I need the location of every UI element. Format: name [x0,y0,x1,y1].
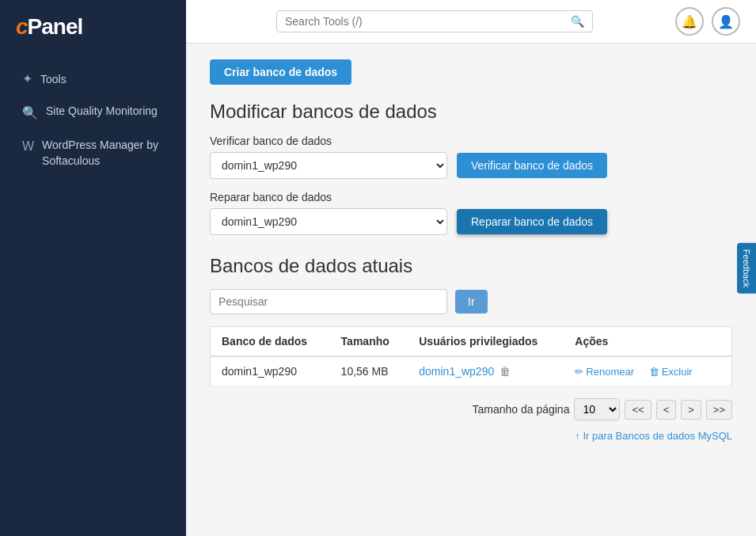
header-icons: 🔔 👤 [675,7,740,36]
last-page-button[interactable]: >> [706,400,732,420]
sidebar-item-sqm-label: Site Quality Monitoring [46,104,158,120]
sidebar: cPanel ✦ Tools 🔍 Site Quality Monitoring… [0,0,186,536]
col-actions: Ações [564,327,731,357]
prev-page-button[interactable]: < [656,400,677,420]
col-users: Usuários privilegiados [408,327,564,357]
modify-section: Modificar bancos de dados Verificar banc… [210,101,732,235]
modify-section-title: Modificar bancos de dados [210,101,732,123]
delete-link[interactable]: 🗑Excluir [649,366,693,378]
col-database: Banco de dados [211,327,330,357]
current-db-title: Bancos de dados atuais [210,255,732,277]
cell-database: domin1_wp290 [211,356,330,386]
tools-icon: ✦ [22,71,32,86]
cell-size: 10,56 MB [330,356,408,386]
sidebar-item-site-quality[interactable]: 🔍 Site Quality Monitoring [6,96,180,128]
feedback-button[interactable]: Feedback [737,242,756,293]
db-search-input[interactable] [210,289,447,314]
page-size-select[interactable]: 10 25 50 100 [574,398,620,420]
verify-row: Verificar banco de dados domin1_wp290 Ve… [210,135,732,179]
search-quality-icon: 🔍 [22,105,38,120]
verify-button[interactable]: Verificar banco de dados [457,153,607,178]
sidebar-item-wordpress[interactable]: W WordPress Manager by Softaculous [6,130,180,177]
user-icon: 👤 [718,14,734,29]
cell-users: domin1_wp290 🗑 [408,356,564,386]
go-button[interactable]: Ir [455,290,488,314]
table-head: Banco de dados Tamanho Usuários privileg… [211,327,732,357]
pencil-icon: ✏ [575,366,583,378]
search-icon: 🔍 [571,15,584,28]
bell-icon: 🔔 [682,14,697,29]
table-body: domin1_wp290 10,56 MB domin1_wp290 🗑 ✏Re… [211,356,732,386]
col-size: Tamanho [330,327,408,357]
back-link-row: ↑ Ir para Bancos de dados MySQL [210,430,732,442]
cell-actions: ✏Renomear 🗑Excluir [564,356,731,386]
delete-icon: 🗑 [649,366,659,378]
cpanel-logo: cPanel [0,0,186,55]
trash-icon: 🗑 [500,365,511,378]
rename-link[interactable]: ✏Renomear [575,366,636,378]
table-row: domin1_wp290 10,56 MB domin1_wp290 🗑 ✏Re… [211,356,732,386]
content-area: Criar banco de dados Modificar bancos de… [186,44,756,536]
first-page-button[interactable]: << [625,400,651,420]
sidebar-item-tools[interactable]: ✦ Tools [6,63,180,94]
sidebar-nav: ✦ Tools 🔍 Site Quality Monitoring W Word… [0,55,186,184]
main-area: 🔍 🔔 👤 Criar banco de dados Modificar ban… [186,0,756,536]
current-db-section: Bancos de dados atuais Ir Banco de dados… [210,255,732,442]
verify-label: Verificar banco de dados [210,135,732,147]
databases-table: Banco de dados Tamanho Usuários privileg… [210,326,732,386]
search-input[interactable] [285,15,571,28]
sidebar-item-wp-label: WordPress Manager by Softaculous [42,138,164,169]
user-link[interactable]: domin1_wp290 [419,365,494,378]
create-database-button[interactable]: Criar banco de dados [210,59,351,85]
search-go-row: Ir [210,289,732,314]
search-container: 🔍 [276,10,593,32]
verify-select[interactable]: domin1_wp290 [210,152,447,179]
user-menu-button[interactable]: 👤 [712,7,740,36]
header: 🔍 🔔 👤 [186,0,756,44]
repair-inline: domin1_wp290 Reparar banco de dados [210,208,732,235]
repair-label: Reparar banco de dados [210,191,732,203]
repair-select[interactable]: domin1_wp290 [210,208,447,235]
table-header-row: Banco de dados Tamanho Usuários privileg… [211,327,732,357]
back-link[interactable]: ↑ Ir para Bancos de dados MySQL [575,430,732,442]
pagination-row: Tamanho da página 10 25 50 100 << < > >> [210,398,732,420]
search-wrapper: 🔍 [202,10,667,32]
top-row: Criar banco de dados [210,59,732,85]
next-page-button[interactable]: > [681,400,701,420]
repair-button[interactable]: Reparar banco de dados [457,209,607,234]
wordpress-icon: W [22,139,34,154]
page-size-label: Tamanho da página [472,403,569,416]
notifications-button[interactable]: 🔔 [675,7,704,36]
sidebar-item-label: Tools [40,73,66,86]
repair-row: Reparar banco de dados domin1_wp290 Repa… [210,191,732,235]
verify-inline: domin1_wp290 Verificar banco de dados [210,152,732,179]
